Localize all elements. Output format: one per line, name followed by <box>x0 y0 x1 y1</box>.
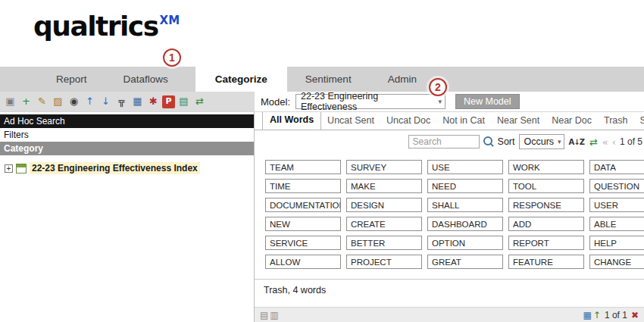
page-header: qualtricsXM <box>0 0 644 67</box>
view-toggle-icon[interactable]: ▤ <box>259 310 269 320</box>
pagination-top: 1 of 5 <box>620 136 642 147</box>
category-tree-label[interactable]: 22-23 Engineering Effectiveness Index <box>30 162 200 174</box>
bottom-far-icons: ✖ <box>630 310 639 320</box>
tree-view-icon[interactable]: ╦ <box>114 95 129 109</box>
word-chip[interactable]: USE <box>427 160 503 174</box>
word-chip[interactable]: FEATURE <box>508 255 584 269</box>
word-chip[interactable]: SHALL <box>427 198 503 212</box>
tab-report[interactable]: Report <box>38 67 105 92</box>
chevron-down-icon: ▾ <box>558 138 561 145</box>
word-chip[interactable]: OPTION <box>427 236 503 250</box>
filters-item[interactable]: Filters <box>0 128 254 142</box>
content-panel: All WordsUncat SentUncat DocNot in CatNe… <box>255 112 644 322</box>
word-chip[interactable]: REPORT <box>508 236 584 250</box>
content-tab-struct[interactable]: Struct <box>633 112 644 130</box>
app-window: 1 2 qualtricsXM ReportDataflowsCategoriz… <box>0 0 644 322</box>
word-chip[interactable]: DOCUMENTATION <box>265 198 341 212</box>
word-chip[interactable]: TEAM <box>265 160 341 174</box>
model-bar: Model: 22-23 Engineering Effectiveness ▾… <box>255 92 644 111</box>
word-chip[interactable]: RESPONSE <box>508 198 584 212</box>
word-chip[interactable]: CHANGE <box>589 255 644 269</box>
tab-dataflows[interactable]: Dataflows <box>105 67 186 92</box>
edit-doc-icon[interactable]: ✎ <box>35 95 49 109</box>
panel-toggle-icon[interactable]: ▥ <box>269 310 279 320</box>
word-chip[interactable]: SURVEY <box>346 160 422 174</box>
word-chip[interactable]: TOOL <box>508 179 584 193</box>
publish-icon[interactable]: ◉ <box>67 95 81 109</box>
content-tab-trash[interactable]: Trash <box>598 112 634 130</box>
content-controls: Sort Occurs ▾ A↓Z ⇄ « ‹ 1 of 5 <box>255 130 644 149</box>
model-select[interactable]: 22-23 Engineering Effectiveness ▾ <box>295 94 445 109</box>
word-chip[interactable]: ADD <box>508 217 584 231</box>
word-chip[interactable]: DATA <box>589 160 644 174</box>
model-select-value: 22-23 Engineering Effectiveness <box>301 91 434 112</box>
chevron-down-icon: ▾ <box>439 98 442 105</box>
word-chip[interactable]: DASHBOARD <box>427 217 503 231</box>
search-icon[interactable] <box>483 136 494 147</box>
content-tab-not-in-cat[interactable]: Not in Cat <box>436 112 491 130</box>
trash-status: Trash, 4 words <box>255 279 644 295</box>
word-chip[interactable]: ABLE <box>589 217 644 231</box>
toolbar: ▣+✎▨◉↑↓╦▦✱P▤⇄ <box>0 92 255 111</box>
word-chip[interactable]: WORK <box>508 160 584 174</box>
permissions-icon[interactable]: ✱ <box>146 95 161 109</box>
content-tab-all-words[interactable]: All Words <box>262 112 321 130</box>
pagination-bottom: 1 of 1 <box>605 310 627 320</box>
word-chip[interactable]: SERVICE <box>265 236 341 250</box>
word-chip[interactable]: NEED <box>427 179 503 193</box>
move-down-icon[interactable]: ↓ <box>98 95 113 109</box>
word-chip[interactable]: TIME <box>265 179 341 193</box>
word-chip[interactable]: HELP <box>589 236 644 250</box>
delete-forever-icon[interactable]: ✖ <box>630 310 639 320</box>
page-prev-icon[interactable]: ‹ <box>612 136 616 148</box>
bottom-right-icons: ▦↑ <box>583 310 602 320</box>
bottom-left-icons: ▤▥ <box>259 310 280 320</box>
word-chip[interactable]: CREATE <box>346 217 422 231</box>
logo-xm-mark: XM <box>160 14 180 27</box>
new-model-button[interactable]: New Model <box>455 94 520 109</box>
report-icon[interactable]: ▤ <box>177 95 191 109</box>
image-export-icon[interactable]: ▨ <box>51 95 65 109</box>
swap-sort-icon[interactable]: ⇄ <box>589 136 599 148</box>
sort-select-value: Occurs <box>524 136 555 147</box>
word-grid: TEAMSURVEYUSEWORKDATATIMEMAKENEEDTOOLQUE… <box>255 149 644 269</box>
sort-descending-icon[interactable]: A↓Z <box>568 138 585 146</box>
word-chip[interactable]: DESIGN <box>346 198 422 212</box>
word-chip[interactable]: ALLOW <box>265 255 341 269</box>
bottom-bar: ▤▥ ▦↑ 1 of 1 ✖ <box>255 307 644 322</box>
qualtrics-logo: qualtricsXM <box>0 0 644 42</box>
word-chip[interactable]: GREAT <box>427 255 503 269</box>
word-chip[interactable]: MAKE <box>346 179 422 193</box>
nav-tabs: ReportDataflowsCategorizeSentimentAdmin <box>0 67 644 92</box>
tab-admin[interactable]: Admin <box>370 67 435 92</box>
adhoc-search-header[interactable]: Ad Hoc Search <box>0 114 254 128</box>
move-up-icon[interactable]: ↑ <box>83 95 97 109</box>
sort-select[interactable]: Occurs ▾ <box>519 134 564 149</box>
content-tab-near-doc[interactable]: Near Doc <box>546 112 598 130</box>
table-view-icon[interactable]: ▦ <box>130 95 145 109</box>
content-tab-near-sent[interactable]: Near Sent <box>491 112 546 130</box>
trash-view-icon[interactable]: ▦ <box>583 310 592 320</box>
content-tabs: All WordsUncat SentUncat DocNot in CatNe… <box>255 112 644 130</box>
pdf-export-icon[interactable]: P <box>162 95 175 108</box>
content-tab-uncat-sent[interactable]: Uncat Sent <box>321 112 380 130</box>
new-item-icon[interactable]: + <box>19 95 33 109</box>
save-icon[interactable]: ▣ <box>3 95 17 109</box>
category-model-icon <box>16 164 27 174</box>
model-label: Model: <box>261 96 290 108</box>
word-chip[interactable]: USER <box>589 198 644 212</box>
content-tab-uncat-doc[interactable]: Uncat Doc <box>380 112 436 130</box>
word-chip[interactable]: PROJECT <box>346 255 422 269</box>
page-first-icon[interactable]: « <box>602 136 608 148</box>
word-chip[interactable]: QUESTION <box>589 179 644 193</box>
search-input[interactable] <box>408 135 480 148</box>
restore-word-icon[interactable]: ↑ <box>592 310 602 320</box>
word-chip[interactable]: BETTER <box>346 236 422 250</box>
expand-icon[interactable]: + <box>5 164 13 173</box>
refresh-icon[interactable]: ⇄ <box>192 95 207 109</box>
sidebar: Ad Hoc Search Filters Category + 22-23 E… <box>0 112 255 322</box>
word-chip[interactable]: NEW <box>265 217 341 231</box>
category-tree-row[interactable]: + 22-23 Engineering Effectiveness Index <box>0 155 254 174</box>
tab-categorize[interactable]: Categorize <box>195 67 287 92</box>
tab-sentiment[interactable]: Sentiment <box>287 67 370 92</box>
